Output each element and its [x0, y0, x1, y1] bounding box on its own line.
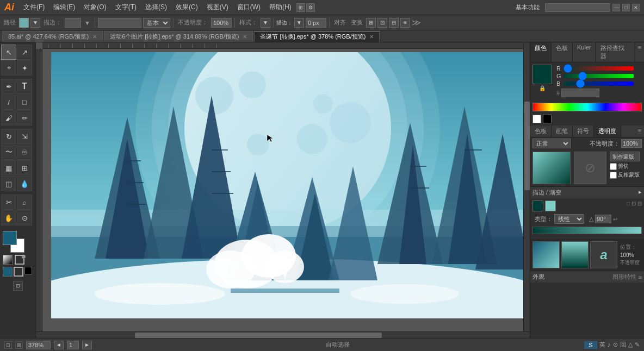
layer-thumbnail[interactable]: [532, 152, 571, 184]
opacity-panel-input[interactable]: [621, 139, 642, 148]
tool-type[interactable]: T: [17, 79, 32, 94]
stroke-value-input[interactable]: [65, 18, 81, 28]
tool-scale[interactable]: ⇲: [17, 129, 32, 144]
color-squares[interactable]: [3, 231, 24, 253]
taskbar-circle[interactable]: ⊙: [613, 341, 618, 348]
blend-mode-select[interactable]: 正常: [532, 139, 571, 148]
mask-thumbnail[interactable]: ⊘: [574, 152, 606, 184]
appearance-expand[interactable]: ≡: [639, 274, 642, 280]
tab-2[interactable]: 圣诞节 [转换].eps* @ 378% (RGB/预览) ✕: [254, 31, 380, 42]
menu-text[interactable]: 文字(T): [112, 2, 140, 13]
foreground-color[interactable]: [3, 231, 17, 245]
menu-icon1[interactable]: ⊞: [296, 3, 305, 12]
tool-direct-select[interactable]: ↗: [17, 45, 32, 60]
menu-object[interactable]: 对象(O): [80, 2, 110, 13]
taskbar-triangle[interactable]: △: [628, 341, 633, 348]
grad-color-stop2[interactable]: [545, 200, 556, 211]
tool-gradient[interactable]: ◫: [1, 176, 16, 191]
scroll-thumb-h[interactable]: [135, 333, 382, 338]
b-slider[interactable]: [564, 82, 634, 86]
next-page[interactable]: ►: [82, 341, 92, 349]
tab-1-close[interactable]: ✕: [243, 34, 247, 40]
gradient-bar[interactable]: [532, 227, 642, 234]
tool-pencil[interactable]: ✏: [17, 110, 32, 126]
tab-kuler[interactable]: Kuler: [573, 42, 596, 62]
grad-icon2[interactable]: ⊡: [631, 200, 636, 211]
tool-magic[interactable]: ✦: [17, 60, 32, 76]
thumb-3[interactable]: a: [590, 241, 617, 268]
tool-rect[interactable]: □: [17, 95, 32, 110]
tab-0-close[interactable]: ✕: [92, 34, 97, 40]
taskbar-s[interactable]: S: [584, 341, 597, 349]
menu-effect[interactable]: 效果(C): [172, 2, 202, 13]
stroke-color-box[interactable]: [19, 18, 29, 28]
color-preview[interactable]: [532, 65, 552, 84]
scrollbar-vertical[interactable]: [523, 42, 530, 338]
menu-file[interactable]: 文件(F): [20, 2, 48, 13]
opacity-input[interactable]: [211, 18, 232, 28]
edge-value[interactable]: [306, 18, 326, 28]
swap-colors[interactable]: ⇄: [15, 255, 24, 265]
grad-icon3[interactable]: ⊟: [637, 200, 642, 211]
tool-pen[interactable]: ✒: [1, 79, 16, 94]
tab-1[interactable]: 运动6个图片 [转换].eps* @ 314.88% (RGB/预览) ✕: [104, 31, 253, 42]
tool-zoom[interactable]: ⌕: [17, 195, 32, 210]
tool-rotate[interactable]: ↻: [1, 129, 16, 144]
prev-page[interactable]: ◄: [54, 341, 64, 349]
stroke-arrow[interactable]: ▼: [30, 18, 40, 28]
tab-2-close[interactable]: ✕: [369, 34, 374, 40]
canvas-area[interactable]: |||||||||||||||: [36, 42, 530, 338]
thumb-2[interactable]: [561, 241, 589, 268]
menu-help[interactable]: 帮助(H): [265, 2, 295, 13]
g-slider[interactable]: [564, 74, 634, 78]
scrollbar-horizontal[interactable]: [36, 331, 530, 338]
default-colors[interactable]: [3, 255, 13, 265]
none-icon[interactable]: [24, 267, 32, 274]
stroke-swatch[interactable]: [14, 267, 23, 277]
tool-eyedropper[interactable]: 💧: [17, 176, 32, 191]
tool-screen-mode[interactable]: ⊡: [13, 281, 23, 291]
page-input[interactable]: [67, 341, 79, 349]
taskbar-note[interactable]: ♪: [608, 341, 611, 349]
tool-warp[interactable]: 〜: [1, 145, 16, 160]
taskbar-screen[interactable]: 回: [620, 341, 626, 349]
tool-scissors[interactable]: ✂: [1, 195, 16, 210]
tab-swatches2[interactable]: 色板: [530, 126, 552, 137]
angle-input[interactable]: [595, 215, 611, 223]
grad-color-stop1[interactable]: [532, 200, 543, 211]
tool-graph[interactable]: ▦: [1, 160, 16, 175]
align-btn2[interactable]: ⊡: [377, 18, 387, 28]
tool-mesh[interactable]: ⊞: [17, 160, 32, 175]
scroll-thumb-v[interactable]: [524, 102, 530, 190]
tool-extra[interactable]: ⊙: [17, 210, 32, 225]
tool-line[interactable]: /: [1, 95, 16, 110]
zoom-input[interactable]: [26, 341, 51, 349]
white-swatch[interactable]: [532, 115, 541, 123]
align-btn3[interactable]: ⊟: [389, 18, 399, 28]
black-swatch[interactable]: [543, 115, 552, 123]
tab-brush[interactable]: 画笔: [552, 126, 573, 137]
menu-window[interactable]: 窗口(W): [233, 2, 264, 13]
thumb-1[interactable]: [532, 241, 560, 268]
artboard[interactable]: [51, 52, 524, 318]
stroke-preview[interactable]: [98, 18, 141, 28]
spectrum-bar[interactable]: [532, 103, 642, 111]
close-button[interactable]: ✕: [632, 4, 640, 11]
invert-checkbox[interactable]: [610, 172, 617, 179]
align-btn1[interactable]: ⊞: [366, 18, 376, 28]
menu-icon2[interactable]: ⚙: [306, 3, 315, 12]
menu-select[interactable]: 选择(S): [141, 2, 171, 13]
tab-swatches[interactable]: 色板: [552, 42, 573, 62]
menu-view[interactable]: 视图(V): [203, 2, 232, 13]
menu-edit[interactable]: 编辑(E): [49, 2, 79, 13]
stroke-type-select[interactable]: 基本: [143, 18, 170, 28]
align-btn4[interactable]: ≡: [400, 18, 410, 28]
search-input[interactable]: [545, 3, 610, 12]
menu-expand[interactable]: ≫: [412, 17, 421, 28]
fill-swatch[interactable]: [3, 267, 13, 277]
gradient-expand[interactable]: ▸: [639, 189, 642, 196]
tool-blend[interactable]: ♾: [17, 145, 32, 160]
tool-lasso[interactable]: ⌖: [1, 60, 16, 76]
tab-symbol[interactable]: 符号: [573, 126, 594, 137]
tab-transparency[interactable]: 透明度: [594, 126, 621, 137]
